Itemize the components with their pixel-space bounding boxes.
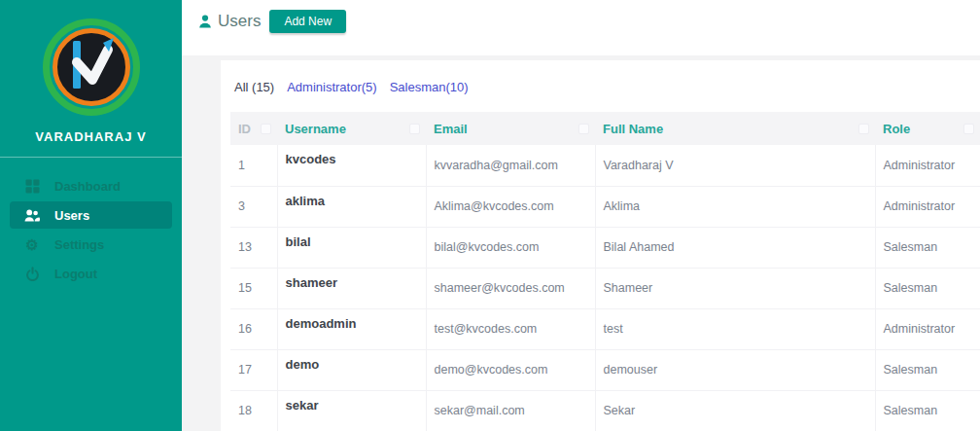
user-person-icon bbox=[198, 15, 212, 32]
column-header-username[interactable]: Username bbox=[277, 112, 426, 145]
sidebar-divider bbox=[0, 157, 182, 158]
cell-id: 1 bbox=[230, 145, 277, 186]
cell-role: Administrator bbox=[875, 308, 980, 349]
sort-placeholder-icon bbox=[409, 124, 420, 134]
page-title: Users bbox=[218, 10, 261, 33]
cell-username[interactable]: aklima bbox=[277, 186, 426, 227]
column-header-role[interactable]: Role bbox=[875, 112, 980, 145]
cell-role: Salesman bbox=[875, 227, 980, 268]
cell-email: shameer@kvcodes.com bbox=[426, 268, 595, 308]
cell-username[interactable]: shameer bbox=[277, 268, 426, 308]
column-header-fullname[interactable]: Full Name bbox=[595, 112, 875, 145]
users-icon bbox=[24, 207, 40, 223]
sort-placeholder-icon bbox=[261, 124, 271, 134]
cell-fullname: demouser bbox=[595, 349, 875, 390]
topbar: Users Add New bbox=[182, 0, 980, 55]
cell-username[interactable]: kvcodes bbox=[277, 145, 426, 186]
cell-role: Salesman bbox=[875, 268, 980, 308]
sidebar-item-label: Users bbox=[54, 208, 89, 223]
cell-username[interactable]: demo bbox=[277, 349, 426, 390]
cell-id: 15 bbox=[230, 268, 277, 308]
cell-fullname: Aklima bbox=[595, 186, 875, 227]
cell-username[interactable]: bilal bbox=[277, 227, 426, 268]
sidebar-item-users[interactable]: Users bbox=[10, 201, 172, 229]
cell-email: test@kvcodes.com bbox=[426, 308, 595, 349]
table-row: 13 bilal bilal@kvcodes.com Bilal Ahamed … bbox=[230, 227, 980, 268]
cell-id: 17 bbox=[230, 349, 277, 390]
sidebar: VARADHARAJ V Dashboard Users bbox=[0, 0, 182, 431]
cell-email: sekar@mail.com bbox=[426, 390, 595, 431]
add-new-button[interactable]: Add New bbox=[269, 10, 346, 33]
filter-administrator[interactable]: Administrator(5) bbox=[287, 80, 376, 94]
cell-username[interactable]: demoadmin bbox=[277, 308, 426, 349]
sort-placeholder-icon bbox=[578, 124, 589, 134]
cell-role: Salesman bbox=[875, 349, 980, 390]
cell-email: kvvaradha@gmail.com bbox=[426, 145, 595, 186]
cell-id: 13 bbox=[230, 227, 277, 268]
cell-fullname: Shameer bbox=[595, 268, 875, 308]
content-card: All (15) Administrator(5) Salesman(10) I… bbox=[221, 60, 980, 431]
cell-username[interactable]: sekar bbox=[277, 390, 426, 431]
filter-salesman[interactable]: Salesman(10) bbox=[390, 80, 469, 94]
cell-id: 16 bbox=[230, 308, 277, 349]
sidebar-item-label: Logout bbox=[54, 267, 97, 281]
cell-id: 18 bbox=[230, 390, 277, 431]
cell-email: demo@kvcodes.com bbox=[426, 349, 595, 390]
cell-role: Administrator bbox=[875, 145, 980, 186]
cell-fullname: Sekar bbox=[595, 390, 875, 431]
users-table: ID Username Email Full Name Role 1 kvco bbox=[230, 112, 980, 431]
brand-logo bbox=[41, 17, 142, 118]
column-header-id[interactable]: ID bbox=[230, 112, 277, 145]
cell-fullname: Varadharaj V bbox=[595, 145, 875, 186]
cell-role: Salesman bbox=[875, 390, 980, 431]
table-row: 3 aklima Aklima@kvcodes.com Aklima Admin… bbox=[230, 186, 980, 227]
column-header-email[interactable]: Email bbox=[426, 112, 595, 145]
sort-placeholder-icon bbox=[858, 124, 869, 134]
cell-fullname: Bilal Ahamed bbox=[595, 227, 875, 268]
table-row: 1 kvcodes kvvaradha@gmail.com Varadharaj… bbox=[230, 145, 980, 186]
sidebar-item-logout[interactable]: Logout bbox=[0, 259, 182, 288]
role-filters: All (15) Administrator(5) Salesman(10) bbox=[221, 60, 980, 94]
sort-placeholder-icon bbox=[963, 124, 974, 134]
table-row: 17 demo demo@kvcodes.com demouser Salesm… bbox=[230, 349, 980, 390]
cell-fullname: test bbox=[595, 308, 875, 349]
sidebar-item-label: Dashboard bbox=[54, 179, 121, 194]
table-row: 15 shameer shameer@kvcodes.com Shameer S… bbox=[230, 268, 980, 308]
brand-name: VARADHARAJ V bbox=[0, 129, 182, 144]
table-row: 16 demoadmin test@kvcodes.com test Admin… bbox=[230, 308, 980, 349]
kv-logo-icon bbox=[41, 17, 142, 118]
table-row: 18 sekar sekar@mail.com Sekar Salesman bbox=[230, 390, 980, 431]
sidebar-item-settings[interactable]: ⚙ Settings bbox=[0, 230, 182, 259]
cell-email: bilal@kvcodes.com bbox=[426, 227, 595, 268]
sidebar-menu: Dashboard Users ⚙ Settings bbox=[0, 171, 182, 288]
cell-email: Aklima@kvcodes.com bbox=[426, 186, 595, 227]
cell-id: 3 bbox=[230, 186, 277, 227]
sidebar-item-dashboard[interactable]: Dashboard bbox=[0, 171, 182, 200]
dashboard-icon bbox=[24, 178, 40, 194]
logout-power-icon bbox=[24, 266, 40, 281]
table-header-row: ID Username Email Full Name Role bbox=[230, 112, 980, 145]
settings-gear-icon: ⚙ bbox=[24, 236, 40, 252]
filter-all[interactable]: All (15) bbox=[234, 80, 274, 94]
cell-role: Administrator bbox=[875, 186, 980, 227]
sidebar-item-label: Settings bbox=[54, 237, 104, 252]
